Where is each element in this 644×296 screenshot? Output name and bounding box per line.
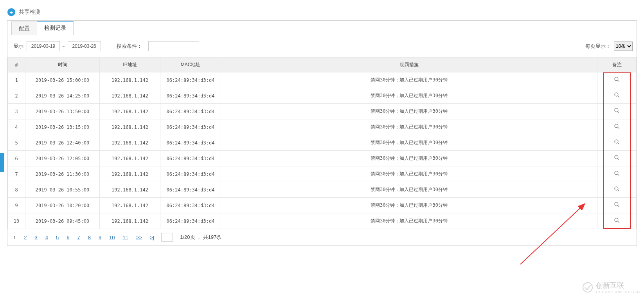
cell-time: 2019-03-26 09:45:00 [25, 213, 100, 229]
magnifier-icon[interactable] [614, 170, 620, 177]
col-num-header: # [8, 58, 25, 72]
svg-point-9 [615, 140, 618, 143]
table-row: 92019-03-26 10:20:00192.168.1.14206:24:8… [8, 198, 637, 213]
cell-punish: 禁网30分钟；加入已过期用户30分钟 [221, 88, 597, 104]
svg-point-1 [615, 77, 618, 81]
cell-ip: 192.168.1.142 [100, 166, 160, 182]
search-input[interactable] [148, 41, 199, 51]
cell-mac: 06:24:89:34:d3:d4 [160, 135, 221, 151]
perpage-select[interactable]: 10条 [614, 42, 633, 51]
page-last[interactable]: >| [150, 235, 154, 240]
table-row: 22019-03-26 14:25:00192.168.1.14206:24:8… [8, 88, 637, 104]
page-link[interactable]: 5 [56, 235, 59, 240]
date-to-input[interactable] [68, 41, 101, 51]
cell-mac: 06:24:89:34:d3:d4 [160, 151, 221, 166]
cell-num: 6 [8, 151, 25, 166]
date-from-input[interactable] [27, 41, 60, 51]
cell-remark [597, 213, 637, 229]
cell-ip: 192.168.1.142 [100, 72, 160, 88]
cell-ip: 192.168.1.142 [100, 88, 160, 104]
page-link[interactable]: 2 [24, 235, 27, 240]
cell-remark [597, 182, 637, 198]
cell-time: 2019-03-26 11:30:00 [25, 166, 100, 182]
table-row: 12019-03-26 15:00:00192.168.1.14206:24:8… [8, 72, 637, 88]
magnifier-icon[interactable] [614, 202, 620, 208]
table-row: 102019-03-26 09:45:00192.168.1.14206:24:… [8, 213, 637, 229]
perpage-label: 每页显示： [585, 43, 611, 50]
svg-line-20 [617, 221, 619, 223]
cell-ip: 192.168.1.142 [100, 104, 160, 119]
cell-remark [597, 198, 637, 213]
tab-bar: 配置 检测记录 [7, 20, 637, 35]
cell-num: 2 [8, 88, 25, 104]
search-label: 搜索条件： [117, 43, 142, 50]
page-link[interactable]: 8 [88, 235, 91, 240]
cell-remark [597, 88, 637, 104]
svg-point-11 [615, 155, 618, 159]
cell-ip: 192.168.1.142 [100, 198, 160, 213]
cell-punish: 禁网30分钟；加入已过期用户30分钟 [221, 198, 597, 213]
table-row: 52019-03-26 12:40:00192.168.1.14206:24:8… [8, 135, 637, 151]
records-table: # 时间 IP地址 MAC地址 惩罚措施 备注 12019-03-26 15:0… [7, 57, 637, 229]
page-link[interactable]: 3 [34, 235, 37, 240]
col-ip-header: IP地址 [100, 58, 160, 72]
watermark: 创新互联 CHUANG XIN HU LIAN [582, 281, 640, 294]
page-link[interactable]: 7 [77, 235, 80, 240]
page-link[interactable]: 11 [123, 235, 128, 240]
page-link[interactable]: 4 [45, 235, 48, 240]
page-link[interactable]: 9 [99, 235, 101, 240]
cell-mac: 06:24:89:34:d3:d4 [160, 88, 221, 104]
cell-time: 2019-03-26 10:20:00 [25, 198, 100, 213]
cell-num: 4 [8, 119, 25, 135]
pagination: 1 234567891011 >> >| 1/20页 ， 共197条 [7, 229, 637, 245]
svg-point-5 [615, 108, 618, 112]
svg-line-12 [617, 159, 619, 160]
cell-remark [597, 135, 637, 151]
cell-mac: 06:24:89:34:d3:d4 [160, 213, 221, 229]
cell-punish: 禁网30分钟；加入已过期用户30分钟 [221, 213, 597, 229]
cell-remark [597, 72, 637, 88]
show-label: 显示 [13, 43, 23, 50]
svg-line-4 [617, 96, 619, 97]
cell-mac: 06:24:89:34:d3:d4 [160, 182, 221, 198]
svg-line-6 [617, 112, 619, 113]
cell-remark [597, 151, 637, 166]
magnifier-icon[interactable] [614, 76, 620, 83]
tab-records[interactable]: 检测记录 [37, 21, 74, 35]
magnifier-icon[interactable] [614, 217, 620, 224]
col-mac-header: MAC地址 [160, 58, 221, 72]
cell-ip: 192.168.1.142 [100, 135, 160, 151]
svg-point-23 [583, 283, 592, 292]
page-next[interactable]: >> [136, 235, 142, 240]
svg-point-15 [615, 187, 618, 190]
page-title: 共享检测 [19, 9, 41, 16]
tab-config[interactable]: 配置 [11, 22, 37, 35]
page-jump-input[interactable] [161, 233, 173, 242]
svg-line-2 [617, 80, 619, 82]
magnifier-icon[interactable] [614, 92, 620, 98]
svg-point-17 [615, 202, 618, 206]
cell-punish: 禁网30分钟；加入已过期用户30分钟 [221, 135, 597, 151]
magnifier-icon[interactable] [614, 155, 620, 161]
page-link[interactable]: 6 [67, 235, 69, 240]
side-expand-handle[interactable] [0, 153, 4, 172]
magnifier-icon[interactable] [614, 139, 620, 145]
col-remark-header: 备注 [597, 58, 637, 72]
magnifier-icon[interactable] [614, 123, 620, 130]
svg-line-10 [617, 143, 619, 144]
svg-point-7 [615, 124, 618, 128]
app-icon [7, 8, 16, 16]
date-separator: ~ [62, 43, 65, 49]
cell-time: 2019-03-26 13:50:00 [25, 104, 100, 119]
cell-ip: 192.168.1.142 [100, 182, 160, 198]
svg-point-13 [615, 171, 618, 175]
magnifier-icon[interactable] [614, 186, 620, 192]
cell-punish: 禁网30分钟；加入已过期用户30分钟 [221, 119, 597, 135]
page-link[interactable]: 10 [109, 235, 115, 240]
cell-time: 2019-03-26 12:05:00 [25, 151, 100, 166]
cell-time: 2019-03-26 15:00:00 [25, 72, 100, 88]
cell-mac: 06:24:89:34:d3:d4 [160, 72, 221, 88]
cell-ip: 192.168.1.142 [100, 151, 160, 166]
table-row: 32019-03-26 13:50:00192.168.1.14206:24:8… [8, 104, 637, 119]
magnifier-icon[interactable] [614, 108, 620, 114]
